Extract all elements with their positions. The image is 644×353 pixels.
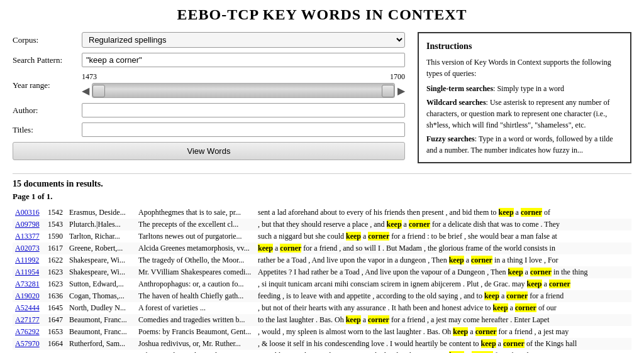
doc-context: , would , my spleen is almost worn to th…	[255, 326, 631, 338]
instructions-wildcard: Wildcard searches: Use asterisk to repre…	[426, 97, 623, 131]
table-row: A732811623Sutton, Edward,...Anthropophag…	[13, 278, 631, 290]
author-label: Author:	[13, 106, 82, 116]
doc-year: 1653	[45, 326, 67, 338]
doc-title: Tarltons newes out of purgatorie...	[136, 231, 255, 242]
doc-context: , but not of their hearts with any assur…	[255, 302, 631, 314]
doc-year: 1542	[45, 207, 67, 219]
table-row: A579701664Rutherford, Sam...Joshua rediv…	[13, 338, 631, 350]
year-max-thumb[interactable]	[382, 85, 394, 97]
doc-context: rather be a Toad , And live upon the vap…	[255, 254, 631, 266]
doc-title: Joshua redivivus, or, Mr. Ruther...	[136, 338, 255, 350]
table-row: A762921653Beaumont, Franc...Poems: by Fr…	[13, 326, 631, 338]
doc-author: Plutarch.|Hales...	[67, 219, 136, 231]
doc-id-link[interactable]: A57970	[15, 339, 40, 348]
doc-context: feeding , is to leave with and appetite …	[255, 290, 631, 302]
doc-year: 1636	[45, 290, 67, 302]
doc-year: 1617	[45, 242, 67, 254]
table-row: A271771647Beaumont, Franc...Comedies and…	[13, 314, 631, 326]
doc-author: Beaumont, Franc...	[67, 350, 136, 353]
table-row: A003161542Erasmus, Deside...Apophthegmes…	[13, 207, 631, 219]
page-title: EEBO-TCP Key Words in Context	[13, 6, 631, 23]
results-summary: 15 documents in results.	[13, 179, 631, 189]
table-row: A020731617Greene, Robert,...Alcida Green…	[13, 242, 631, 254]
table-row: A133771590Tarlton, Richar...Tarltons new…	[13, 231, 631, 242]
search-form: Corpus: Regularized spellings Original s…	[13, 32, 405, 163]
doc-id-link[interactable]: A00316	[15, 208, 40, 217]
doc-title: Apophthegmes that is to saie, pr...	[136, 207, 255, 219]
doc-id-link[interactable]: A76292	[15, 327, 40, 336]
doc-author: Greene, Robert,...	[67, 242, 136, 254]
year-max-label: 1700	[390, 72, 405, 82]
doc-id-link[interactable]: A11992	[15, 256, 39, 264]
titles-input[interactable]	[82, 122, 405, 137]
table-row: A271781679Beaumont, Franc...Fifty comedi…	[13, 350, 631, 353]
view-words-button[interactable]: View Words	[13, 142, 405, 160]
doc-title: The haven of health Chiefly gath...	[136, 290, 255, 302]
doc-context: sent a lad aforehand about to every of h…	[255, 207, 631, 219]
search-label: Search Pattern:	[13, 55, 82, 65]
doc-context: Appetites ? I had rather be a Toad , And…	[255, 266, 631, 278]
doc-title: Comedies and tragedies written b...	[136, 314, 255, 326]
slider-right-arrow[interactable]: ▶	[397, 85, 405, 97]
results-table: A003161542Erasmus, Deside...Apophthegmes…	[13, 207, 631, 353]
doc-title: A forest of varieties ...	[136, 302, 255, 314]
doc-title: Poems: by Francis Beaumont, Gent...	[136, 326, 255, 338]
author-input[interactable]	[82, 103, 405, 117]
doc-title: Alcida Greenes metamorphosis, vv...	[136, 242, 255, 254]
instructions-body: This version of Key Words in Context sup…	[426, 57, 623, 79]
doc-year: 1623	[45, 266, 67, 278]
doc-id-link[interactable]: A11954	[15, 268, 39, 276]
doc-context: to the last laughter . Bas. Oh keep a co…	[255, 314, 631, 326]
doc-author: Cogan, Thomas,...	[67, 290, 136, 302]
doc-title: Anthropophagus: or, a caution fo...	[136, 278, 255, 290]
doc-year: 1647	[45, 314, 67, 326]
doc-year: 1590	[45, 231, 67, 242]
instructions-fuzzy: Fuzzy searches: Type in a word or words,…	[426, 133, 623, 156]
doc-id-link[interactable]: A02073	[15, 244, 40, 253]
divider-1	[13, 173, 631, 174]
doc-author: Shakespeare, Wi...	[67, 254, 136, 266]
doc-id-link[interactable]: A27177	[15, 315, 40, 324]
instructions-single: Single-term searches: Simply type in a w…	[426, 83, 623, 94]
doc-author: Beaumont, Franc...	[67, 326, 136, 338]
doc-id-link[interactable]: A09798	[15, 220, 40, 229]
doc-id-link[interactable]: A52444	[15, 303, 40, 312]
doc-author: Tarlton, Richar...	[67, 231, 136, 242]
doc-year: 1543	[45, 219, 67, 231]
search-input[interactable]	[82, 53, 405, 67]
year-range-label: Year range:	[13, 80, 82, 90]
doc-title: The precepts of the excellent cl...	[136, 219, 255, 231]
doc-context: , would , my spleen is almost worn to th…	[255, 350, 631, 353]
doc-context: such a niggard but she could keep a corn…	[255, 231, 631, 242]
doc-context: , but that they should reserve a place ,…	[255, 219, 631, 231]
instructions-panel: Instructions This version of Key Words i…	[418, 32, 631, 163]
doc-id-link[interactable]: A73281	[15, 280, 40, 288]
corpus-select[interactable]: Regularized spellings Original spellings	[82, 32, 405, 48]
doc-id-link[interactable]: A19020	[15, 291, 40, 300]
doc-author: Beaumont, Franc...	[67, 314, 136, 326]
doc-author: Erasmus, Deside...	[67, 207, 136, 219]
doc-year: 1623	[45, 278, 67, 290]
slider-left-arrow[interactable]: ◀	[82, 85, 89, 97]
doc-author: Sutton, Edward,...	[67, 278, 136, 290]
titles-label: Titles:	[13, 125, 82, 135]
table-row: A190201636Cogan, Thomas,...The haven of …	[13, 290, 631, 302]
table-row: A119541623Shakespeare, Wi...Mr. VVilliam…	[13, 266, 631, 278]
doc-context: , si inquit tunicam arcani mihi consciam…	[255, 278, 631, 290]
doc-author: Rutherford, Sam...	[67, 338, 136, 350]
doc-author: North, Dudley N...	[67, 302, 136, 314]
doc-id-link[interactable]: A13377	[15, 232, 40, 241]
doc-title: Fifty comedies and tragedies wri...	[136, 350, 255, 353]
doc-year: 1622	[45, 254, 67, 266]
doc-year: 1645	[45, 302, 67, 314]
page-info: Page 1 of 1.	[13, 192, 631, 202]
corpus-label: Corpus:	[13, 35, 82, 45]
table-row: A119921622Shakespeare, Wi...The tragedy …	[13, 254, 631, 266]
doc-year: 1679	[45, 350, 67, 353]
doc-title: Mr. VVilliam Shakespeares comedi...	[136, 266, 255, 278]
doc-author: Shakespeare, Wi...	[67, 266, 136, 278]
instructions-title: Instructions	[426, 40, 623, 53]
table-row: A097981543Plutarch.|Hales...The precepts…	[13, 219, 631, 231]
doc-year: 1664	[45, 338, 67, 350]
year-min-thumb[interactable]	[92, 85, 105, 97]
